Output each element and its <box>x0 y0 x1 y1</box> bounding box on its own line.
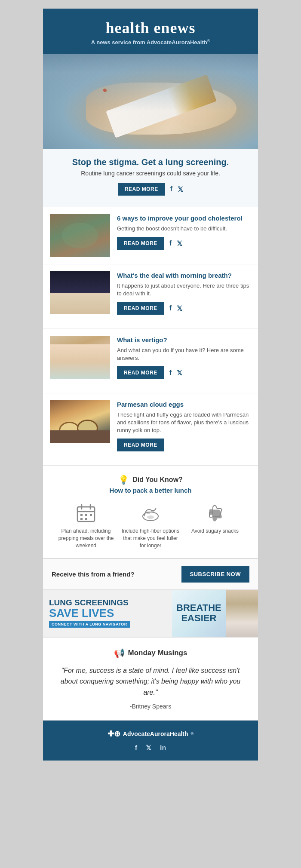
vertigo-twitter-icon[interactable]: 𝕏 <box>177 369 182 377</box>
subscribe-row: Receive this from a friend? SUBSCRIBE NO… <box>43 559 258 590</box>
article-desc-eggs: These light and fluffy eggs are loaded w… <box>117 411 251 435</box>
ad-left-line1: LUNG SCREENINGS <box>49 598 129 607</box>
thumb-eggs-image <box>50 400 110 443</box>
svg-rect-8 <box>85 518 87 520</box>
morning-breath-facebook-icon[interactable]: f <box>169 304 172 312</box>
article-row-eggs: Parmesan cloud eggs These light and fluf… <box>43 393 258 466</box>
article-title-eggs: Parmesan cloud eggs <box>117 400 251 409</box>
hero-btn-row: READ MORE f 𝕏 <box>56 183 245 196</box>
dyk-title: Did You Know? <box>132 476 183 484</box>
hero-facebook-icon[interactable]: f <box>170 185 172 193</box>
article-row-vertigo: What is vertigo? And what can you do if … <box>43 329 258 393</box>
header: health enews A news service from Advocat… <box>43 9 258 54</box>
svg-point-11 <box>151 510 154 512</box>
article-row-morning-breath: What's the deal with morning breath? It … <box>43 264 258 329</box>
cholesterol-twitter-icon[interactable]: 𝕏 <box>177 239 182 248</box>
megaphone-icon: 📢 <box>114 648 125 658</box>
dyk-tip-0: Plan ahead, including prepping meals ove… <box>56 503 116 549</box>
article-thumb-cholesterol <box>50 214 110 257</box>
mm-header: 📢 Monday Musings <box>56 648 245 658</box>
svg-point-12 <box>147 515 154 519</box>
hero-text-section: Stop the stigma. Get a lung screening. R… <box>43 149 258 207</box>
article-desc-morning-breath: It happens to just about everyone. Here … <box>117 282 251 298</box>
article-content-vertigo: What is vertigo? And what can you do if … <box>117 336 251 386</box>
dyk-tips-container: Plan ahead, including prepping meals ove… <box>56 503 245 549</box>
ad-right-text: BREATHE EASIER <box>176 603 221 623</box>
morning-breath-twitter-icon[interactable]: 𝕏 <box>177 304 182 313</box>
hero-read-more-button[interactable]: READ MORE <box>118 183 165 196</box>
dyk-tip-text-2: Avoid sugary snacks <box>185 528 245 535</box>
article-row-cholesterol: 6 ways to improve your good cholesterol … <box>43 207 258 264</box>
subscribe-text: Receive this from a friend? <box>52 570 135 578</box>
svg-rect-6 <box>90 514 92 516</box>
dyk-tip-text-0: Plan ahead, including prepping meals ove… <box>56 528 116 549</box>
svg-point-10 <box>146 512 150 514</box>
cholesterol-btn-row: READ MORE f 𝕏 <box>117 237 251 250</box>
header-title: health enews <box>52 19 249 37</box>
ad-left-line3: CONNECT WITH A LUNG NAVIGATOR <box>49 621 130 628</box>
svg-rect-5 <box>85 514 87 516</box>
vertigo-btn-row: READ MORE f 𝕏 <box>117 366 251 379</box>
svg-rect-4 <box>80 514 83 516</box>
article-title-morning-breath: What's the deal with morning breath? <box>117 271 251 280</box>
article-thumb-morning-breath <box>50 271 110 314</box>
footer-linkedin-icon[interactable]: in <box>160 744 166 752</box>
hero-subtext: Routine lung cancer screenings could sav… <box>56 170 245 177</box>
subscribe-now-button[interactable]: SUBSCRIBE NOW <box>181 566 249 583</box>
dyk-tip-2: Avoid sugary snacks <box>185 503 245 535</box>
thumb-vertigo-image <box>50 336 110 379</box>
vertigo-facebook-icon[interactable]: f <box>169 369 172 377</box>
ad-person-image <box>226 590 258 637</box>
footer-logo-text: AdvocateAuroraHealth <box>123 730 188 737</box>
hero-image <box>43 54 258 149</box>
article-desc-cholesterol: Getting the boost doesn't have to be dif… <box>117 225 251 233</box>
hero-headline: Stop the stigma. Get a lung screening. <box>56 157 245 167</box>
svg-rect-1 <box>77 507 95 512</box>
no-sugar-icon <box>204 503 226 524</box>
advocate-logo-icon: ✚⊕ <box>108 729 120 739</box>
svg-rect-14 <box>209 509 213 515</box>
article-content-morning-breath: What's the deal with morning breath? It … <box>117 271 251 322</box>
ad-left-line2: SAVE LIVES <box>49 607 114 619</box>
thumb-yawn-image <box>50 271 110 314</box>
cholesterol-facebook-icon[interactable]: f <box>169 239 172 247</box>
footer-facebook-icon[interactable]: f <box>135 744 137 752</box>
vertigo-read-more-button[interactable]: READ MORE <box>117 366 164 379</box>
thumb-yoga-image <box>50 214 110 257</box>
article-thumb-vertigo <box>50 336 110 379</box>
article-content-eggs: Parmesan cloud eggs These light and fluf… <box>117 400 251 458</box>
header-subtitle: A news service from AdvocateAuroraHealth… <box>52 39 249 46</box>
footer-twitter-icon[interactable]: 𝕏 <box>146 744 151 752</box>
eggs-btn-row: READ MORE <box>117 439 251 451</box>
lightbulb-icon: 💡 <box>118 475 129 485</box>
did-you-know-section: 💡 Did You Know? How to pack a better lun… <box>43 466 258 558</box>
email-container: health enews A news service from Advocat… <box>43 9 258 761</box>
mm-title: Monday Musings <box>128 649 187 657</box>
svg-rect-7 <box>80 518 83 520</box>
hero-image-bg <box>43 54 258 149</box>
dyk-subtitle: How to pack a better lunch <box>56 487 245 494</box>
dyk-tip-text-1: Include high-fiber options that make you… <box>120 528 181 549</box>
calendar-icon <box>75 503 97 524</box>
morning-breath-read-more-button[interactable]: READ MORE <box>117 302 164 315</box>
footer-social-row: f 𝕏 in <box>52 744 249 752</box>
article-desc-vertigo: And what can you do if you have it? Here… <box>117 347 251 362</box>
dyk-tip-1: Include high-fiber options that make you… <box>120 503 181 549</box>
mm-quote: "For me, success is a state of mind. I f… <box>56 665 245 698</box>
dyk-header: 💡 Did You Know? <box>56 475 245 485</box>
ad-banners: LUNG SCREENINGS SAVE LIVES CONNECT WITH … <box>43 590 258 637</box>
ad-banner-lung-screening: LUNG SCREENINGS SAVE LIVES CONNECT WITH … <box>43 590 172 637</box>
footer-logo: ✚⊕ AdvocateAuroraHealth® <box>52 729 249 739</box>
fiber-icon <box>140 503 161 524</box>
article-thumb-eggs <box>50 400 110 443</box>
mm-author: -Britney Spears <box>56 703 245 710</box>
morning-breath-btn-row: READ MORE f 𝕏 <box>117 302 251 315</box>
article-title-vertigo: What is vertigo? <box>117 336 251 344</box>
ad-banner-breathe: BREATHE EASIER <box>172 590 258 637</box>
eggs-read-more-button[interactable]: READ MORE <box>117 439 164 451</box>
hero-twitter-icon[interactable]: 𝕏 <box>178 185 183 193</box>
article-title-cholesterol: 6 ways to improve your good cholesterol <box>117 214 251 223</box>
cholesterol-read-more-button[interactable]: READ MORE <box>117 237 164 250</box>
footer: ✚⊕ AdvocateAuroraHealth® f 𝕏 in <box>43 721 258 761</box>
article-content-cholesterol: 6 ways to improve your good cholesterol … <box>117 214 251 257</box>
